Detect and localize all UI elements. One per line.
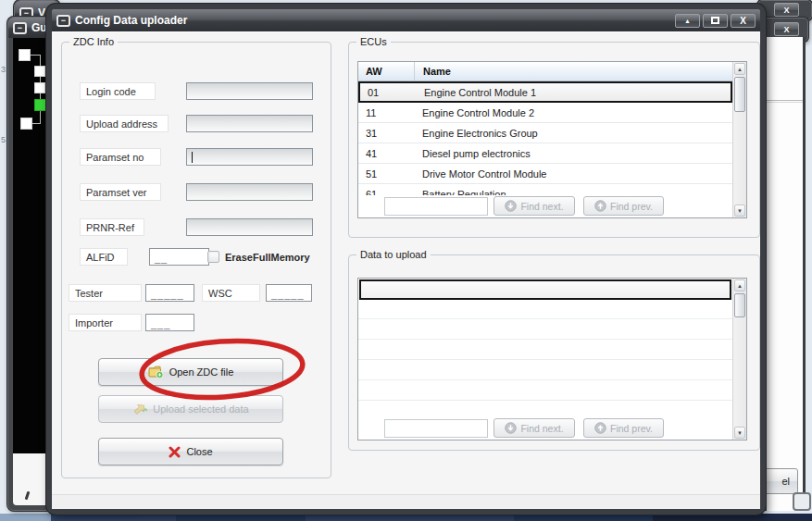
connector-line — [31, 55, 40, 56]
diagram-node[interactable] — [20, 118, 32, 130]
erase-full-memory-checkbox[interactable] — [207, 251, 219, 263]
find-next-label: Find next. — [520, 423, 563, 434]
ecus-find-prev-button[interactable]: Find prev. — [583, 196, 664, 216]
wsc-input[interactable]: _____ — [266, 284, 312, 302]
tester-label: Tester — [69, 284, 142, 302]
dialog-status-strip — [52, 494, 760, 509]
wsc-label: WSC — [202, 284, 260, 302]
find-next-label: Find next. — [520, 201, 563, 212]
scroll-up-icon[interactable]: ▲ — [734, 279, 745, 292]
ecu-aw-cell: 51 — [358, 168, 414, 180]
ecu-aw-cell: 11 — [358, 107, 414, 118]
prnr-ref-input[interactable] — [186, 218, 313, 236]
paramset-no-input[interactable] — [186, 148, 313, 166]
divider — [767, 100, 803, 103]
close-button[interactable]: X — [731, 14, 756, 28]
ecu-row[interactable]: 01Engine Control Module 1 — [358, 81, 732, 103]
ecus-search-input[interactable] — [384, 197, 488, 216]
selected-empty-row[interactable] — [359, 279, 731, 300]
tester-input[interactable]: _____ — [145, 284, 194, 302]
dialog-title: Config Data uploader — [75, 14, 187, 27]
data-rows — [358, 279, 732, 417]
find-next-icon — [505, 422, 517, 434]
login-code-input[interactable] — [186, 82, 313, 100]
desktop: 3: 5. − V X X el − Gu — [0, 0, 812, 521]
ecus-table: AW Name 01Engine Control Module 111Engin… — [357, 61, 747, 218]
taskbar[interactable] — [0, 514, 812, 521]
ecu-row[interactable]: 61Battery Regulation — [358, 184, 732, 195]
background-panel — [765, 37, 806, 511]
maximize-icon — [711, 17, 719, 24]
ecu-name-cell: Drive Motor Control Module — [414, 168, 732, 180]
taskbar-segment — [51, 514, 176, 521]
pen-icon — [25, 491, 31, 500]
window-gu-title: Gu — [31, 21, 47, 34]
diagram-node[interactable] — [34, 82, 45, 93]
data-to-upload-group: Data to upload ▲ ▼ — [348, 254, 760, 451]
find-next-icon — [505, 200, 517, 212]
upload-address-label: Upload address — [80, 115, 169, 132]
importer-input[interactable]: ___ — [145, 314, 194, 331]
close-dialog-button[interactable]: Close — [98, 438, 283, 465]
ecus-group: ECUs AW Name 01Engine Control Module 111… — [348, 42, 760, 238]
alfid-label: ALFiD — [80, 248, 128, 266]
diagram-node[interactable] — [19, 49, 31, 61]
ecus-find-next-button[interactable]: Find next. — [493, 196, 575, 216]
window-menu-icon[interactable]: − — [56, 15, 70, 27]
connector-line — [32, 123, 41, 124]
ecu-aw-cell: 31 — [358, 128, 414, 139]
diagram-node-active[interactable] — [34, 99, 46, 111]
shade-button[interactable]: ▲ — [675, 14, 700, 28]
window-corner-fragment — [793, 492, 811, 511]
ecus-scrollbar[interactable]: ▲ ▼ — [732, 62, 746, 217]
find-prev-label: Find prev. — [610, 423, 653, 434]
ecu-row[interactable]: 41Diesel pump electronics — [358, 143, 732, 164]
close-dialog-label: Close — [186, 446, 212, 457]
scroll-up-icon[interactable]: ▲ — [734, 63, 745, 75]
ecu-name-cell: Engine Electronics Group — [414, 128, 732, 139]
data-search-input[interactable] — [384, 419, 488, 438]
paramset-no-label: Paramset no — [80, 148, 161, 166]
close-icon[interactable]: X — [774, 22, 799, 36]
taskbar-segment — [514, 514, 653, 521]
zdc-info-label: ZDC Info — [69, 36, 118, 47]
scroll-down-icon[interactable]: ▼ — [734, 205, 745, 217]
ecu-row[interactable]: 31Engine Electronics Group — [358, 123, 732, 143]
scrollbar-thumb[interactable] — [734, 77, 745, 112]
data-scrollbar[interactable]: ▲ ▼ — [732, 279, 746, 440]
close-icon[interactable]: X — [774, 3, 799, 17]
find-prev-icon — [594, 422, 606, 434]
data-to-upload-list: ▲ ▼ Find next. — [357, 278, 747, 440]
zdc-info-group: ZDC Info Login code Upload address Param… — [61, 42, 331, 478]
ecu-aw-cell: 41 — [358, 148, 414, 159]
ecu-name-cell: Diesel pump electronics — [414, 148, 732, 159]
diagram-node[interactable] — [34, 66, 45, 77]
dialog-titlebar[interactable]: − Config Data uploader ▲ X — [52, 9, 760, 31]
scrollbar-thumb[interactable] — [734, 293, 745, 317]
paramset-ver-input[interactable] — [186, 183, 313, 201]
alfid-input[interactable]: __ — [149, 248, 209, 266]
ecu-row[interactable]: 11Engine Control Module 2 — [358, 103, 732, 123]
column-aw[interactable]: AW — [358, 66, 414, 77]
column-name[interactable]: Name — [414, 62, 732, 81]
ecus-label: ECUs — [356, 36, 391, 47]
ecu-row[interactable]: 51Drive Motor Control Module — [358, 164, 732, 184]
maximize-button[interactable] — [703, 14, 728, 28]
data-to-upload-label: Data to upload — [356, 249, 431, 260]
upload-icon — [132, 403, 147, 416]
open-zdc-file-button[interactable]: Open ZDC file — [98, 358, 283, 386]
scroll-down-icon[interactable]: ▼ — [734, 427, 745, 439]
ecu-name-cell: Battery Regulation — [414, 189, 732, 196]
ecu-name-cell: Engine Control Module 2 — [414, 107, 732, 118]
data-find-prev-button[interactable]: Find prev. — [583, 418, 664, 438]
window-menu-icon[interactable]: − — [13, 22, 27, 34]
data-find-next-button[interactable]: Find next. — [493, 418, 575, 438]
ecus-table-header[interactable]: AW Name — [358, 62, 732, 81]
config-data-uploader-dialog: − Config Data uploader ▲ X ZDC Info Logi… — [46, 4, 766, 515]
open-folder-icon — [148, 366, 164, 378]
upload-selected-data-button[interactable]: Upload selected data — [98, 395, 283, 423]
login-code-label: Login code — [80, 82, 156, 100]
erase-full-memory-label: EraseFullMemory — [225, 252, 310, 263]
taskbar-segment — [176, 514, 306, 521]
upload-address-input[interactable] — [186, 115, 313, 132]
